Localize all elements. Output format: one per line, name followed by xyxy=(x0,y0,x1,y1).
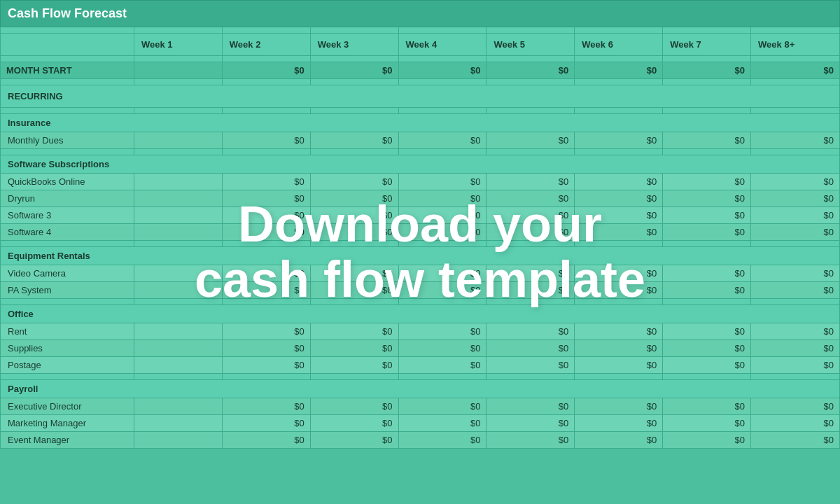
data-value-week4: $0 xyxy=(486,282,575,299)
row-5: Software Subscriptions xyxy=(1,155,840,174)
row-13: PA System$0$0$0$0$0$0$0 xyxy=(1,282,840,299)
month-start-week6: $0 xyxy=(663,62,751,79)
data-value-week7: $0 xyxy=(751,323,840,340)
spacer-row xyxy=(1,27,840,34)
row-11: Equipment Rentals xyxy=(1,247,840,265)
data-value-week3: $0 xyxy=(398,340,486,357)
data-value-week5: $0 xyxy=(575,207,663,224)
row-label: Dryrun xyxy=(1,190,134,207)
row-1: RECURRING xyxy=(1,85,840,108)
data-value-week3: $0 xyxy=(398,190,486,207)
data-value-week7: $0 xyxy=(751,265,840,282)
row-label: Software 3 xyxy=(1,207,134,224)
data-value-week2: $0 xyxy=(310,265,398,282)
row-23: Event Manager$0$0$0$0$0$0$0 xyxy=(1,432,840,449)
data-value-week6: $0 xyxy=(663,190,751,207)
data-value-week5: $0 xyxy=(575,357,663,374)
data-value-week4: $0 xyxy=(486,357,575,374)
data-value-week3: $0 xyxy=(398,323,486,340)
data-value-week2: $0 xyxy=(310,398,398,415)
row-label: Event Manager xyxy=(1,432,134,449)
data-value-week7: $0 xyxy=(751,415,840,432)
data-value-week2: $0 xyxy=(310,432,398,449)
data-value-week2: $0 xyxy=(310,357,398,374)
data-value-week4: $0 xyxy=(486,398,575,415)
data-value-week3: $0 xyxy=(398,357,486,374)
month-start-label: MONTH START xyxy=(1,62,134,79)
row-7: Dryrun$0$0$0$0$0$0$0 xyxy=(1,190,840,207)
data-value-week6: $0 xyxy=(663,265,751,282)
data-value-week1: $0 xyxy=(222,398,310,415)
data-value-week4: $0 xyxy=(486,190,575,207)
row-19 xyxy=(1,374,840,380)
data-value-week1: $0 xyxy=(222,207,310,224)
week-header-5: Week 5 xyxy=(486,34,575,56)
section-label: RECURRING xyxy=(1,85,840,108)
row-label: Rent xyxy=(1,323,134,340)
row-label: Software 4 xyxy=(1,224,134,241)
data-value-week5: $0 xyxy=(575,265,663,282)
month-start-week4: $0 xyxy=(486,62,575,79)
data-value-week4: $0 xyxy=(486,207,575,224)
data-value-week7: $0 xyxy=(751,190,840,207)
data-value-week1: $0 xyxy=(222,224,310,241)
week-header-8: Week 8+ xyxy=(751,34,840,56)
category-label: Office xyxy=(1,305,840,323)
spreadsheet-title: Cash Flow Forecast xyxy=(1,1,840,27)
data-value-week5: $0 xyxy=(575,340,663,357)
category-label: Equipment Rentals xyxy=(1,247,840,265)
month-start-week3: $0 xyxy=(398,62,486,79)
month-start-week7: $0 xyxy=(751,62,840,79)
row-21: Executive Director$0$0$0$0$0$0$0 xyxy=(1,398,840,415)
data-value-week5: $0 xyxy=(575,174,663,190)
week-header-7: Week 7 xyxy=(663,34,751,56)
data-value-week6: $0 xyxy=(663,282,751,299)
data-value-week4: $0 xyxy=(486,265,575,282)
row-2: Insurance xyxy=(1,114,840,132)
data-value-week4: $0 xyxy=(486,174,575,190)
month-start-week2: $0 xyxy=(310,62,398,79)
data-value-week5: $0 xyxy=(575,224,663,241)
data-value-week3: $0 xyxy=(398,132,486,149)
data-value-week1: $0 xyxy=(222,432,310,449)
data-value-week4: $0 xyxy=(486,415,575,432)
row-label: Monthly Dues xyxy=(1,132,134,149)
row-label: PA System xyxy=(1,282,134,299)
category-label: Software Subscriptions xyxy=(1,155,840,174)
data-value-week5: $0 xyxy=(575,398,663,415)
row-4 xyxy=(1,149,840,155)
header-row: Week 1Week 2Week 3Week 4Week 5Week 6Week… xyxy=(1,34,840,56)
data-value-week3: $0 xyxy=(398,282,486,299)
data-value-week3: $0 xyxy=(398,265,486,282)
data-value-week1: $0 xyxy=(222,323,310,340)
data-value-week5: $0 xyxy=(575,323,663,340)
data-value-week6: $0 xyxy=(663,224,751,241)
data-value-week1: $0 xyxy=(222,340,310,357)
data-value-week6: $0 xyxy=(663,340,751,357)
data-value-week7: $0 xyxy=(751,224,840,241)
row-label: Executive Director xyxy=(1,398,134,415)
spacer-row xyxy=(1,79,840,85)
data-value-week6: $0 xyxy=(663,174,751,190)
data-value-week5: $0 xyxy=(575,282,663,299)
data-value-week6: $0 xyxy=(663,432,751,449)
spacer-row xyxy=(1,56,840,62)
data-value-week7: $0 xyxy=(751,282,840,299)
title-row: Cash Flow Forecast xyxy=(1,1,840,27)
data-value-week7: $0 xyxy=(751,207,840,224)
week-header-4: Week 4 xyxy=(398,34,486,56)
data-value-week3: $0 xyxy=(398,174,486,190)
data-value-week4: $0 xyxy=(486,323,575,340)
row-10 xyxy=(1,241,840,247)
row-label: Marketing Manager xyxy=(1,415,134,432)
row-12: Video Camera$0$0$0$0$0$0$0 xyxy=(1,265,840,282)
data-value-week2: $0 xyxy=(310,174,398,190)
data-value-week2: $0 xyxy=(310,207,398,224)
spacer-row xyxy=(1,108,840,114)
data-value-week2: $0 xyxy=(310,340,398,357)
data-value-week6: $0 xyxy=(663,132,751,149)
row-16: Rent$0$0$0$0$0$0$0 xyxy=(1,323,840,340)
data-value-week3: $0 xyxy=(398,415,486,432)
data-value-week1: $0 xyxy=(222,174,310,190)
row-18: Postage$0$0$0$0$0$0$0 xyxy=(1,357,840,374)
